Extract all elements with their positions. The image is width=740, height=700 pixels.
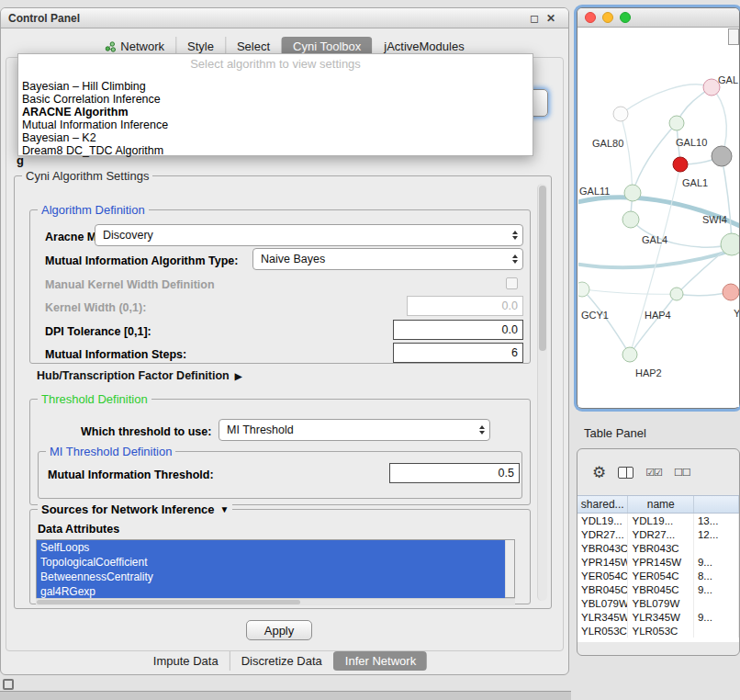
panel-toggle-icon[interactable]: [3, 679, 14, 690]
select-all-checks-icon[interactable]: ☑☑: [645, 467, 662, 479]
table-panel-title: Table Panel: [584, 426, 646, 440]
table-cell: YPR145W: [577, 555, 628, 569]
network-node-label: GAL11: [579, 186, 610, 197]
attribute-item-selected[interactable]: TopologicalCoefficient: [37, 555, 505, 570]
cyni-mode-tabs: Impute Data Discretize Data Infer Networ…: [142, 650, 427, 672]
table-cell: YDL19...: [628, 514, 693, 527]
tab-label: Impute Data: [153, 654, 219, 668]
column-header-clipped[interactable]: [694, 496, 739, 513]
column-settings-icon[interactable]: [618, 467, 633, 479]
table-cell: YBR043C: [577, 541, 628, 555]
algorithm-option[interactable]: Dream8 DC_TDC Algorithm: [21, 144, 530, 157]
tab-label: Discretize Data: [241, 654, 322, 668]
table-cell: [694, 624, 739, 638]
tab-infer-network[interactable]: Infer Network: [333, 651, 427, 671]
attribute-item-selected[interactable]: gal4RGexp: [37, 584, 505, 599]
mi-threshold-value: 0.5: [499, 467, 514, 480]
apply-button[interactable]: Apply: [246, 620, 312, 640]
network-node[interactable]: [624, 185, 641, 201]
network-node[interactable]: [670, 288, 683, 300]
algorithm-select-popup: Select algorithm to view settings Bayesi…: [17, 53, 533, 156]
network-node[interactable]: [721, 233, 739, 255]
mi-type-select[interactable]: Naive Bayes: [252, 248, 523, 270]
table-cell: YER054C: [577, 569, 628, 582]
sources-toggle[interactable]: Sources for Network Inference ▼: [38, 502, 232, 516]
network-node[interactable]: [712, 146, 732, 166]
algorithm-option[interactable]: Basic Correlation Inference: [21, 93, 530, 106]
table-cell: YLR345W: [577, 610, 628, 624]
window-title: Control Panel: [1, 12, 80, 25]
aracne-mode-select[interactable]: Discovery: [95, 224, 523, 246]
which-threshold-select[interactable]: MI Threshold: [219, 419, 490, 441]
threshold-definition-title: Threshold Definition: [38, 392, 151, 406]
settings-scrollbar[interactable]: [537, 184, 547, 601]
column-header-shared-name[interactable]: shared...: [577, 496, 628, 513]
network-node[interactable]: [723, 284, 739, 300]
attribute-item-selected[interactable]: BetweennessCentrality: [37, 570, 505, 584]
table-row[interactable]: YDL19...YDL19...13...: [577, 514, 739, 527]
table-row[interactable]: YPR145WYPR145W9...: [577, 555, 739, 569]
table-cell: YPR145W: [628, 555, 693, 569]
table-row[interactable]: YBR045CYBR045C9...: [577, 582, 739, 596]
algorithm-option[interactable]: Mutual Information Inference: [21, 119, 530, 131]
column-header-name[interactable]: name: [628, 496, 694, 513]
table-row[interactable]: YLR053CYLR053C: [577, 624, 739, 638]
table-cell: YBR045C: [628, 582, 693, 596]
attribute-item-selected[interactable]: SelfLoops: [37, 540, 505, 555]
table-cell: YDR27...: [628, 527, 693, 541]
close-window-icon[interactable]: ✕: [546, 13, 555, 24]
tab-discretize-data[interactable]: Discretize Data: [230, 651, 333, 671]
minimize-traffic-light[interactable]: [602, 12, 613, 23]
window-controls: ◻ ✕: [530, 13, 568, 24]
tab-label: Infer Network: [345, 654, 416, 668]
float-window-icon[interactable]: ◻: [530, 13, 539, 24]
gear-icon[interactable]: ⚙: [592, 465, 606, 480]
network-canvas[interactable]: GALGAL80GAL10GAL11GAL1SWI4GAL4GCY1HAP4YH…: [578, 28, 739, 407]
network-edge: [633, 123, 677, 193]
zoom-traffic-light[interactable]: [620, 12, 631, 23]
mi-steps-label: Mutual Information Steps:: [45, 348, 186, 361]
algorithm-option[interactable]: Bayesian – K2: [21, 131, 530, 144]
dropdown-arrows-icon: [512, 231, 518, 240]
dropdown-arrows-icon: [512, 254, 518, 264]
network-node-label: HAP2: [635, 367, 662, 378]
table-row[interactable]: YER054CYER054C8...: [577, 569, 739, 582]
mi-threshold-input[interactable]: 0.5: [389, 463, 520, 483]
network-edge: [621, 85, 712, 114]
network-edge: [722, 156, 732, 244]
dpi-tolerance-input[interactable]: 0.0: [393, 320, 523, 340]
network-node[interactable]: [673, 157, 688, 172]
node-table-body: YDL19...YDL19...13...YDR27...YDR27...12.…: [577, 514, 739, 642]
apply-button-label: Apply: [264, 624, 295, 638]
clear-all-checks-icon[interactable]: ☐☐: [674, 467, 690, 479]
network-node[interactable]: [578, 282, 589, 297]
table-panel-window: ⚙ ☑☑ ☐☐ shared... name YDL19...YDL19...1…: [577, 448, 740, 656]
algorithm-option[interactable]: Bayesian – Hill Climbing: [21, 80, 530, 93]
manual-kernel-label: Manual Kernel Width Definition: [45, 278, 215, 291]
settings-scrollbar-thumb[interactable]: [539, 186, 546, 351]
algorithm-option-selected[interactable]: ARACNE Algorithm: [21, 106, 530, 119]
network-node[interactable]: [669, 116, 684, 130]
cyni-settings-group: Cyni Algorithm Settings Algorithm Defini…: [14, 175, 552, 609]
attribute-list-hscrollbar[interactable]: [36, 598, 515, 605]
hub-definition-toggle[interactable]: Hub/Transcription Factor Definition ▶: [37, 369, 241, 382]
mi-steps-input[interactable]: 6: [393, 343, 523, 363]
table-row[interactable]: YDR27...YDR27...12...: [577, 527, 739, 541]
tab-impute-data[interactable]: Impute Data: [142, 651, 230, 671]
table-cell: [694, 596, 739, 610]
table-row[interactable]: YBL079WYBL079W: [577, 596, 739, 610]
network-node[interactable]: [613, 107, 628, 121]
network-edge: [712, 87, 726, 156]
table-cell: YLR053C: [577, 624, 628, 638]
network-node[interactable]: [622, 211, 639, 228]
mi-type-value: Naive Bayes: [261, 253, 325, 265]
table-row[interactable]: YBR043CYBR043C: [577, 541, 739, 555]
table-row[interactable]: YLR345WYLR345W9...: [577, 610, 739, 624]
table-cell: YDR27...: [577, 527, 628, 541]
network-node-label: GAL10: [676, 137, 707, 148]
attribute-list-scrollbar[interactable]: [505, 540, 514, 597]
which-threshold-value: MI Threshold: [227, 423, 294, 436]
network-node[interactable]: [622, 347, 637, 362]
close-traffic-light[interactable]: [585, 12, 596, 23]
table-cell: 8...: [694, 569, 739, 582]
